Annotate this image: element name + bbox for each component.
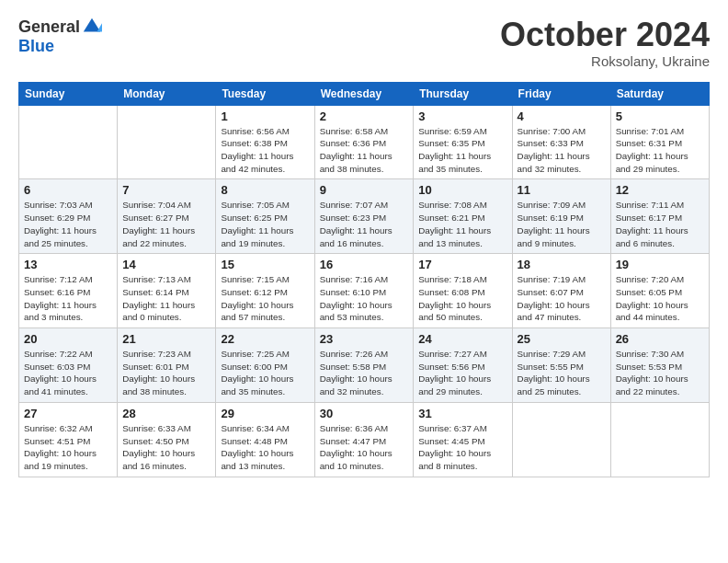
table-row: 7Sunrise: 7:04 AMSunset: 6:27 PMDaylight… xyxy=(118,179,216,254)
day-number: 3 xyxy=(418,109,506,123)
week-row-2: 6Sunrise: 7:03 AMSunset: 6:29 PMDaylight… xyxy=(19,179,710,254)
table-row: 15Sunrise: 7:15 AMSunset: 6:12 PMDayligh… xyxy=(216,254,314,328)
sunset-text: Sunset: 6:23 PM xyxy=(320,213,386,223)
sunrise-text: Sunrise: 7:03 AM xyxy=(24,200,93,210)
sunset-text: Sunset: 4:48 PM xyxy=(221,436,287,446)
day-info: Sunrise: 7:25 AMSunset: 6:00 PMDaylight:… xyxy=(221,348,309,398)
day-info: Sunrise: 7:23 AMSunset: 6:01 PMDaylight:… xyxy=(122,348,210,398)
sunrise-text: Sunrise: 7:26 AM xyxy=(320,349,389,359)
table-row: 18Sunrise: 7:19 AMSunset: 6:07 PMDayligh… xyxy=(512,254,610,328)
weekday-header-row: Sunday Monday Tuesday Wednesday Thursday… xyxy=(19,82,710,105)
day-number: 25 xyxy=(518,332,606,346)
daylight-text: Daylight: 11 hours and 13 minutes. xyxy=(418,225,491,248)
day-number: 1 xyxy=(221,109,309,123)
day-number: 18 xyxy=(518,258,606,271)
day-number: 5 xyxy=(616,109,704,123)
sunrise-text: Sunrise: 6:37 AM xyxy=(418,423,487,433)
day-number: 30 xyxy=(320,407,409,420)
daylight-text: Daylight: 11 hours and 9 minutes. xyxy=(518,225,590,248)
sunrise-text: Sunrise: 7:04 AM xyxy=(122,200,191,210)
sunrise-text: Sunrise: 6:56 AM xyxy=(221,126,290,136)
day-info: Sunrise: 7:12 AMSunset: 6:16 PMDaylight:… xyxy=(24,273,112,324)
sunrise-text: Sunrise: 7:05 AM xyxy=(221,200,290,210)
sunset-text: Sunset: 6:19 PM xyxy=(518,213,584,223)
sunrise-text: Sunrise: 7:22 AM xyxy=(24,349,93,359)
sunset-text: Sunset: 4:45 PM xyxy=(418,436,484,446)
sunset-text: Sunset: 6:21 PM xyxy=(418,213,484,223)
day-info: Sunrise: 7:26 AMSunset: 5:58 PMDaylight:… xyxy=(320,348,409,398)
day-number: 31 xyxy=(418,407,506,420)
daylight-text: Daylight: 10 hours and 50 minutes. xyxy=(418,300,491,323)
daylight-text: Daylight: 10 hours and 16 minutes. xyxy=(122,448,195,471)
day-number: 26 xyxy=(616,332,704,346)
day-info: Sunrise: 7:05 AMSunset: 6:25 PMDaylight:… xyxy=(221,199,309,249)
table-row: 2Sunrise: 6:58 AMSunset: 6:36 PMDaylight… xyxy=(314,105,414,179)
sunrise-text: Sunrise: 7:07 AM xyxy=(320,200,389,210)
daylight-text: Daylight: 11 hours and 25 minutes. xyxy=(24,225,97,248)
sunset-text: Sunset: 4:51 PM xyxy=(24,436,90,446)
sunrise-text: Sunrise: 7:08 AM xyxy=(418,200,487,210)
table-row: 31Sunrise: 6:37 AMSunset: 4:45 PMDayligh… xyxy=(414,402,512,477)
table-row xyxy=(118,105,216,179)
day-info: Sunrise: 6:58 AMSunset: 6:36 PMDaylight:… xyxy=(320,125,409,176)
table-row: 5Sunrise: 7:01 AMSunset: 6:31 PMDaylight… xyxy=(610,105,709,179)
day-info: Sunrise: 7:22 AMSunset: 6:03 PMDaylight:… xyxy=(24,348,112,398)
day-number: 19 xyxy=(616,258,704,271)
daylight-text: Daylight: 10 hours and 44 minutes. xyxy=(616,300,688,323)
day-number: 2 xyxy=(320,109,409,123)
sunset-text: Sunset: 4:50 PM xyxy=(122,436,188,446)
day-info: Sunrise: 7:11 AMSunset: 6:17 PMDaylight:… xyxy=(616,199,704,249)
table-row: 12Sunrise: 7:11 AMSunset: 6:17 PMDayligh… xyxy=(610,179,709,254)
day-info: Sunrise: 6:37 AMSunset: 4:45 PMDaylight:… xyxy=(418,422,506,473)
day-number: 17 xyxy=(418,258,506,271)
sunset-text: Sunset: 5:53 PM xyxy=(616,362,682,372)
day-number: 16 xyxy=(320,258,409,271)
week-row-3: 13Sunrise: 7:12 AMSunset: 6:16 PMDayligh… xyxy=(19,254,710,328)
day-number: 7 xyxy=(122,183,210,197)
sunset-text: Sunset: 6:01 PM xyxy=(122,362,188,372)
day-number: 15 xyxy=(221,258,309,271)
day-info: Sunrise: 7:16 AMSunset: 6:10 PMDaylight:… xyxy=(320,273,409,324)
daylight-text: Daylight: 10 hours and 8 minutes. xyxy=(418,448,491,471)
sunrise-text: Sunrise: 7:11 AM xyxy=(616,200,685,210)
daylight-text: Daylight: 11 hours and 16 minutes. xyxy=(320,225,392,248)
day-info: Sunrise: 7:15 AMSunset: 6:12 PMDaylight:… xyxy=(221,273,309,324)
day-info: Sunrise: 7:18 AMSunset: 6:08 PMDaylight:… xyxy=(418,273,506,324)
day-info: Sunrise: 7:00 AMSunset: 6:33 PMDaylight:… xyxy=(518,125,606,176)
day-info: Sunrise: 7:07 AMSunset: 6:23 PMDaylight:… xyxy=(320,199,409,249)
sunset-text: Sunset: 6:08 PM xyxy=(418,287,484,297)
sunrise-text: Sunrise: 7:25 AM xyxy=(221,349,290,359)
day-number: 11 xyxy=(518,183,606,197)
logo-icon xyxy=(82,17,102,37)
daylight-text: Daylight: 11 hours and 38 minutes. xyxy=(320,151,392,174)
daylight-text: Daylight: 10 hours and 22 minutes. xyxy=(616,373,688,396)
sunset-text: Sunset: 6:16 PM xyxy=(24,287,90,297)
sunset-text: Sunset: 5:55 PM xyxy=(518,362,584,372)
day-number: 28 xyxy=(122,407,210,420)
day-number: 13 xyxy=(24,258,112,271)
sunrise-text: Sunrise: 7:19 AM xyxy=(518,274,586,284)
daylight-text: Daylight: 11 hours and 3 minutes. xyxy=(24,300,97,323)
sunset-text: Sunset: 6:10 PM xyxy=(320,287,386,297)
sunset-text: Sunset: 6:03 PM xyxy=(24,362,90,372)
daylight-text: Daylight: 11 hours and 32 minutes. xyxy=(518,151,590,174)
sunset-text: Sunset: 6:07 PM xyxy=(518,287,584,297)
day-info: Sunrise: 7:27 AMSunset: 5:56 PMDaylight:… xyxy=(418,348,506,398)
day-info: Sunrise: 6:56 AMSunset: 6:38 PMDaylight:… xyxy=(221,125,309,176)
table-row: 16Sunrise: 7:16 AMSunset: 6:10 PMDayligh… xyxy=(314,254,414,328)
table-row xyxy=(19,105,118,179)
day-info: Sunrise: 7:09 AMSunset: 6:19 PMDaylight:… xyxy=(518,199,606,249)
day-info: Sunrise: 6:33 AMSunset: 4:50 PMDaylight:… xyxy=(122,422,210,473)
daylight-text: Daylight: 10 hours and 29 minutes. xyxy=(418,373,491,396)
sunset-text: Sunset: 6:12 PM xyxy=(221,287,287,297)
title-block: October 2024 Roksolany, Ukraine xyxy=(500,17,710,69)
sunrise-text: Sunrise: 6:34 AM xyxy=(221,423,290,433)
sunrise-text: Sunrise: 7:00 AM xyxy=(518,126,586,136)
day-info: Sunrise: 7:03 AMSunset: 6:29 PMDaylight:… xyxy=(24,199,112,249)
logo-general-text: General xyxy=(18,17,80,37)
sunset-text: Sunset: 6:14 PM xyxy=(122,287,188,297)
table-row: 21Sunrise: 7:23 AMSunset: 6:01 PMDayligh… xyxy=(118,328,216,403)
page: General Blue October 2024 Roksolany, Ukr… xyxy=(0,0,728,488)
sunrise-text: Sunrise: 7:23 AM xyxy=(122,349,191,359)
table-row: 4Sunrise: 7:00 AMSunset: 6:33 PMDaylight… xyxy=(512,105,610,179)
